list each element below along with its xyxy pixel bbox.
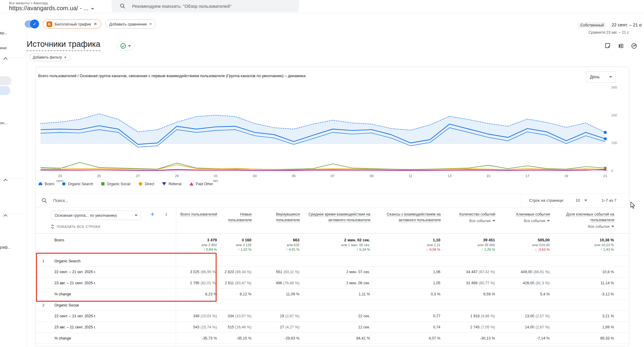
legend-item[interactable]: Direct <box>138 182 154 186</box>
metric-value-cell: 543(15,74 %) <box>176 322 217 333</box>
svg-text:21: 21 <box>603 174 607 178</box>
global-search-input[interactable]: Рекомендуем поискать: "Обзор пользовател… <box>112 0 299 12</box>
series-line <box>41 165 605 170</box>
svg-text:100: 100 <box>611 141 617 145</box>
svg-text:200: 200 <box>611 113 617 117</box>
metric-value-cell: 31 469(80,77 %) <box>441 278 496 288</box>
plus-icon: + <box>149 21 152 27</box>
chevron-up-icon[interactable] <box>3 179 8 182</box>
expand-rows-icon <box>51 224 54 229</box>
granularity-select[interactable]: День <box>586 71 615 83</box>
totals-cell: 1,10 или 1,11 ↓ -0,56 % <box>371 234 441 255</box>
series-line <box>41 162 605 169</box>
metric-header-row: Всего пользователейНовые пользователиВер… <box>176 207 615 234</box>
rows-per-page-label: Строк на странице: <box>529 198 564 203</box>
legend-item[interactable]: Organic Social <box>101 182 130 186</box>
metric-column-header[interactable]: Доля ключевых событий на пользователяВсе… <box>551 207 615 234</box>
comparison-toggle[interactable]: ✓ <box>25 20 38 28</box>
segment-chip[interactable]: Б Бесплатный трафик ✕ <box>43 20 101 29</box>
add-dimension-button[interactable]: + <box>150 210 154 218</box>
legend-triangle-down-icon <box>162 182 166 186</box>
report-card: Всего пользователей / Основная группа ка… <box>35 67 629 347</box>
legend-label: Всего <box>45 182 54 186</box>
metric-value-cell: 1 918(4,86 %) <box>441 311 496 321</box>
row-label: 23 авг. – 21 сент. 2025 г. <box>54 281 96 285</box>
metric-event-filter[interactable]: Все события <box>524 219 550 223</box>
metric-column-header[interactable]: Всего пользователей <box>176 207 218 234</box>
table-row[interactable]: 23 авг. – 21 сент. 2025 г. 2 795(81,01 %… <box>36 278 629 289</box>
metric-column-header[interactable]: Ключевые событияВсе события <box>496 207 551 234</box>
table-header: Основная группа... по умолчанию) + ПОКАЗ… <box>36 207 629 234</box>
metric-header-label: Новые пользователи <box>218 212 252 223</box>
top-app-bar: Все аккаунты > Авангард https://avangard… <box>0 0 644 13</box>
metric-column-header[interactable]: Количество событийВсе события <box>441 207 496 234</box>
metric-value-cell: 0,3 % <box>371 289 441 300</box>
table-row[interactable]: % change -35,73 %-35,15 %-29,63 %84,41 %… <box>36 333 629 344</box>
chevron-down-icon <box>611 226 614 227</box>
metric-value-cell: 2 мин. 07 сек. <box>300 267 371 277</box>
metric-value-cell: -35,73 % <box>176 333 217 344</box>
metric-header-label: Количество событий <box>459 212 495 217</box>
legend-item[interactable]: Paid Other <box>189 182 213 186</box>
table-row[interactable]: % change 8,23 %8,12 %11,09 %1,11 %0,3 %9… <box>36 289 629 300</box>
sidebar-item-label[interactable]: оч... <box>0 121 8 125</box>
comparison-icon[interactable] <box>618 43 624 49</box>
metric-column-header[interactable]: Сеансы с взаимодействием на активного по… <box>371 207 441 234</box>
table-controls: Поиск... Строк на странице: 10 1–7 из 7 <box>36 194 629 207</box>
add-filter-button[interactable]: Добавить фильтр + <box>29 53 70 61</box>
series-end-marker <box>604 137 607 140</box>
add-comparison-button[interactable]: Добавить сравнение + <box>105 20 156 29</box>
chevron-down-icon[interactable] <box>584 200 587 201</box>
sidebar-item-label[interactable]: вр... <box>0 31 8 35</box>
pagination-controls: Строк на странице: 10 1–7 из 7 <box>529 198 616 203</box>
close-icon[interactable]: ✕ <box>93 21 97 27</box>
timeseries-chart[interactable]: 300200100023сент.25272901окт.03050709111… <box>37 83 626 184</box>
rows-per-page-value[interactable]: 10 <box>576 198 580 203</box>
date-range-picker[interactable]: Собственный 22 сент. – 21 о Сравните:23 … <box>578 22 644 37</box>
legend-item[interactable]: Всего <box>38 182 54 186</box>
notes-icon[interactable] <box>604 43 611 49</box>
breadcrumb[interactable]: Все аккаунты > Авангард <box>9 1 47 5</box>
sidebar-item-label[interactable]: раф... <box>0 245 11 249</box>
property-selector[interactable]: https://avangards.com.ua/ - ... <box>9 5 94 12</box>
sidebar-item-selected[interactable] <box>0 86 10 95</box>
table-row[interactable]: 23 авг. – 21 сент. 2025 г. 543(15,74 %)5… <box>36 322 629 333</box>
table-row[interactable]: 22 сент. – 21 окт. 2025 г. 349(10,03 %)3… <box>36 311 629 322</box>
table-search-input[interactable]: Поиск... <box>41 198 68 204</box>
legend-item[interactable]: Referral <box>162 182 181 186</box>
report-status-badge[interactable] <box>117 41 134 50</box>
metric-value-cell: 9,59 % <box>441 289 496 300</box>
metric-header-label: Ключевые события <box>516 212 550 217</box>
metric-column-header[interactable]: Вернувшиеся пользователи <box>252 207 300 234</box>
search-icon <box>120 3 126 9</box>
metric-event-filter[interactable]: Все события <box>469 219 495 223</box>
dimension-dropdown[interactable]: Основная группа... по умолчанию) <box>51 210 141 220</box>
toggle-check-icon: ✓ <box>30 20 39 29</box>
insights-icon[interactable] <box>631 43 637 49</box>
chevron-up-icon[interactable] <box>3 214 8 217</box>
sidebar-item-highlight[interactable] <box>0 76 11 85</box>
metric-event-filter[interactable]: Все события <box>588 225 614 229</box>
metric-value-cell: 11,14 % <box>550 278 615 288</box>
table-row[interactable]: 22 сент. – 21 окт. 2025 г. 3 025(86,95 %… <box>36 267 629 278</box>
metric-column-header[interactable]: Новые пользователи <box>218 207 252 234</box>
chevron-down-icon <box>492 220 495 222</box>
metric-header-label: Сеансы с взаимодействием на активного по… <box>371 212 441 223</box>
svg-text:27: 27 <box>136 174 140 178</box>
table-row[interactable]: 1 Organic Search <box>36 256 629 267</box>
chevron-up-icon[interactable] <box>3 57 8 60</box>
sort-descending-icon[interactable]: ↓ <box>165 211 168 217</box>
sidebar-item-label[interactable]: ени <box>0 46 7 50</box>
legend-item[interactable]: Organic Search <box>62 182 93 186</box>
svg-text:13: 13 <box>448 174 451 178</box>
row-label: 23 авг. – 21 сент. 2025 г. <box>54 325 96 329</box>
totals-cell: 3 479 или 3 450 ↑ 0,84 % <box>176 234 217 255</box>
svg-text:09: 09 <box>370 174 374 178</box>
mouse-cursor <box>630 202 637 209</box>
metric-column-header[interactable]: Среднее время взаимодействия на активног… <box>300 207 371 234</box>
show-all-rows-button[interactable]: ПОКАЗАТЬ ВСЕ СТРОКИ <box>51 224 100 229</box>
totals-cell: 10,38 % или 10,23 % ↑ 1,43 % <box>550 234 615 255</box>
date-compare-label: Сравните:23 авг. – 21 с <box>588 30 629 35</box>
search-icon <box>41 198 47 204</box>
table-row[interactable]: 2 Organic Social <box>36 300 629 311</box>
